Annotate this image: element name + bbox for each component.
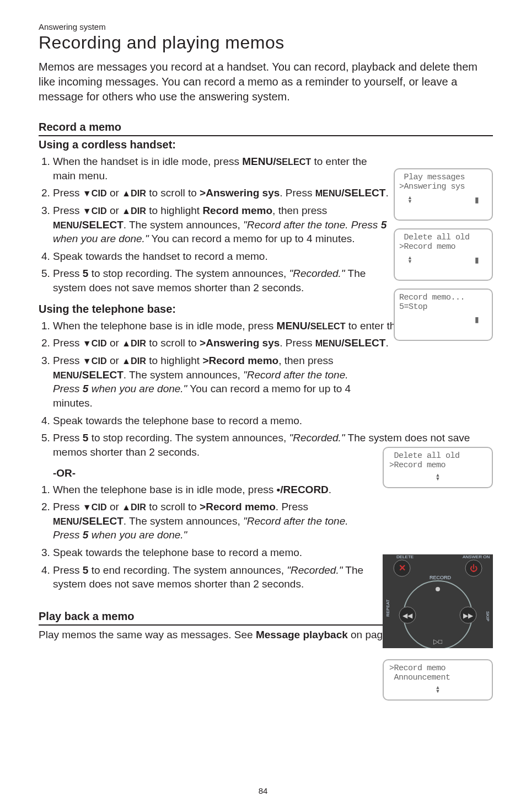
battery-icon: [475, 255, 479, 264]
menu-select-label: MENU/SELECT: [242, 156, 311, 167]
record-label: RECORD: [430, 575, 452, 580]
list-item: When the handset is in idle mode, press …: [53, 154, 389, 183]
cid-label: CID: [92, 188, 107, 198]
lcd-recording: Record memo... 5=Stop: [394, 289, 493, 341]
updown-icon: [389, 472, 486, 482]
lcd-record-announcement: >Record memo Announcement: [383, 659, 493, 701]
lcd-line: Announcement: [389, 673, 486, 682]
up-icon: [122, 205, 131, 216]
text: to scroll to: [146, 187, 200, 199]
list-item: Press CID or DIR to highlight >Record me…: [53, 354, 370, 410]
lcd-play-messages: Play messages >Answering sys: [394, 168, 493, 221]
lcd-line: >Record memo: [389, 461, 486, 470]
list-item: When the telephone base is in idle mode,…: [53, 483, 373, 497]
list-item: Speak towards the telephone base to reco…: [53, 414, 472, 428]
up-icon: [122, 355, 131, 366]
battery-icon: [475, 195, 479, 204]
up-icon: [122, 337, 131, 349]
down-icon: [83, 205, 92, 216]
svg-text:◀◀: ◀◀: [402, 612, 413, 619]
svg-text:⏻: ⏻: [470, 564, 477, 573]
text: When the handset is in idle mode, press: [53, 156, 242, 167]
lcd-line: >Answering sys: [399, 182, 487, 191]
list-item: Press CID or DIR to scroll to >Answering…: [53, 186, 389, 200]
lcd-line: >Record memo: [389, 664, 486, 673]
text: or: [107, 187, 122, 199]
lcd-line: Delete all old: [389, 451, 486, 461]
updown-icon: [389, 685, 486, 694]
intro-paragraph: Memos are messages you record at a hands…: [39, 60, 493, 104]
up-icon: [122, 187, 131, 199]
lcd-base-record-memo: Delete all old >Record memo: [383, 447, 493, 488]
updown-icon: [407, 255, 412, 264]
or-step-list: When the telephone base is in idle mode,…: [39, 483, 373, 591]
answer-on-label: ANSWER ON: [463, 554, 490, 559]
svg-text:✕: ✕: [399, 563, 406, 573]
answering-sys-label: >Answering sys: [200, 187, 280, 199]
svg-point-2: [436, 587, 440, 591]
svg-text:▷□: ▷□: [433, 638, 442, 645]
cordless-heading: Using a cordless handset:: [39, 138, 493, 151]
breadcrumb: Answering system: [39, 22, 493, 31]
lcd-line: >Record memo: [399, 242, 487, 252]
lcd-record-memo: Delete all old >Record memo: [394, 228, 493, 281]
text: . Press: [280, 187, 315, 199]
lcd-line: 5=Stop: [399, 302, 487, 312]
down-icon: [83, 501, 92, 512]
page-title: Recording and playing memos: [39, 33, 493, 53]
list-item: Press CID or DIR to scroll to >Record me…: [53, 500, 373, 542]
up-icon: [122, 501, 131, 512]
lcd-line: Play messages: [399, 173, 487, 182]
cordless-step-list: When the handset is in idle mode, press …: [39, 154, 389, 295]
skip-label: SKIP: [485, 611, 490, 621]
text: Press: [53, 187, 83, 199]
down-icon: [83, 355, 92, 366]
list-item: Press 5 to stop recording. The system an…: [53, 266, 389, 295]
battery-icon: [475, 315, 479, 324]
page-number: 84: [0, 786, 526, 795]
lcd-line: Record memo...: [399, 293, 487, 302]
down-icon: [83, 337, 92, 349]
list-item: Speak towards the handset to record a me…: [53, 249, 389, 264]
svg-text:▶▶: ▶▶: [463, 612, 474, 619]
lcd-line: Delete all old: [399, 233, 487, 242]
list-item: Speak towards the telephone base to reco…: [53, 546, 373, 560]
list-item: Press CID or DIR to highlight Record mem…: [53, 204, 389, 246]
phone-base-figure: ✕ DELETE ⏻ ANSWER ON RECORD ◀◀ REPEAT ▶▶…: [383, 554, 493, 650]
text: Press: [53, 205, 83, 216]
updown-icon: [407, 195, 412, 204]
delete-label: DELETE: [396, 554, 414, 559]
repeat-label: REPEAT: [385, 599, 390, 617]
list-item: Press 5 to end recording. The system ann…: [53, 563, 373, 591]
dir-label: DIR: [131, 188, 146, 198]
record-memo-heading: Record a memo: [39, 121, 493, 136]
down-icon: [83, 187, 92, 199]
